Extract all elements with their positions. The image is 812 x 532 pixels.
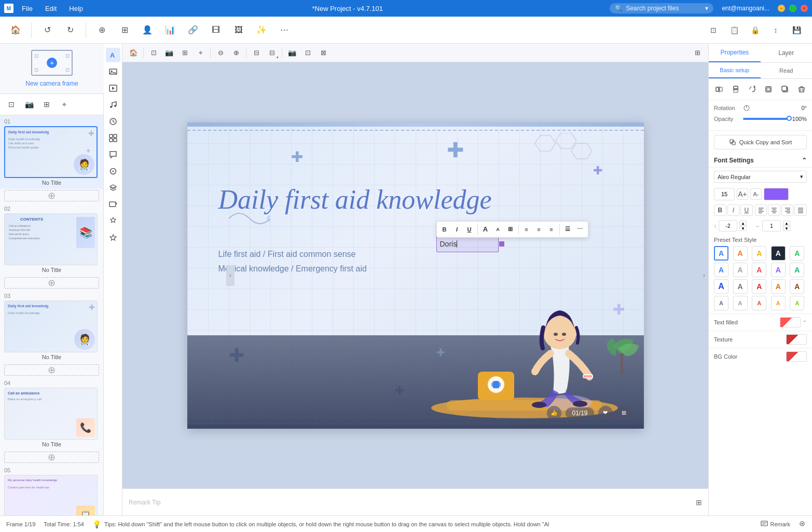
tool-image[interactable] — [106, 64, 120, 79]
preset-9[interactable]: A — [790, 263, 804, 277]
menu-file[interactable]: File — [20, 4, 35, 13]
slide-add-after-03[interactable]: ⊕ — [4, 364, 99, 376]
settings-icon[interactable] — [799, 520, 806, 527]
transform-copy[interactable] — [779, 83, 791, 96]
preset-10[interactable]: A — [714, 279, 728, 294]
text-filled-preview[interactable] — [780, 317, 801, 328]
text-align-justify[interactable] — [794, 204, 807, 216]
texture-preview[interactable] — [786, 334, 807, 345]
toolbar-person[interactable]: 👤 — [138, 21, 157, 39]
text-underline-btn[interactable]: U — [740, 204, 753, 216]
slide-item-01[interactable]: 01 Daily first aid knowledg Daily health… — [0, 115, 103, 189]
line-spacing-down[interactable]: ▼ — [739, 226, 747, 231]
tool-music[interactable] — [106, 98, 120, 112]
edit-tool-grid[interactable]: ⊞ — [39, 97, 54, 112]
canvas-slide[interactable]: ✚ ✚ ✚ ✚ ✚ Daily first aid knowledge — [187, 122, 644, 429]
tool-clock[interactable] — [106, 114, 120, 129]
toolbar-lock[interactable]: 🔒 — [746, 21, 764, 39]
slide-add-after-04[interactable]: ⊕ — [4, 452, 99, 463]
preset-7[interactable]: A — [752, 263, 766, 277]
minimize-button[interactable]: − — [778, 5, 785, 12]
opacity-thumb[interactable] — [787, 116, 792, 121]
expand-right-btn[interactable]: › — [700, 265, 708, 286]
text-edit-box[interactable]: Doris — [436, 236, 499, 252]
bg-color-preview[interactable] — [786, 351, 807, 362]
canvas-tool-home[interactable]: 🏠 — [127, 46, 140, 60]
preset-3[interactable]: A — [771, 246, 786, 261]
font-settings-collapse[interactable]: ⌃ — [802, 157, 807, 164]
tool-layers[interactable] — [106, 181, 120, 195]
toolbar-view[interactable]: ⊡ — [704, 21, 723, 39]
fmt-underline[interactable]: U — [464, 224, 475, 235]
preset-5[interactable]: A — [714, 263, 728, 277]
text-italic-btn[interactable]: I — [727, 204, 740, 216]
canvas-tool-zoomin[interactable]: ⊕ — [229, 46, 243, 60]
fmt-size-down[interactable]: A — [492, 224, 504, 235]
canvas-tool-camera[interactable]: 📷 — [162, 46, 176, 60]
preset-4[interactable]: A — [790, 246, 804, 261]
canvas-tool-crop[interactable]: ⊞ — [178, 46, 191, 60]
text-filled-expand[interactable]: ⌃ — [803, 320, 807, 325]
tool-shapes[interactable] — [106, 164, 120, 179]
text-align-right[interactable] — [781, 204, 794, 216]
resize-handle[interactable] — [499, 241, 504, 247]
quick-copy-button[interactable]: Quick Copy and Sort — [714, 135, 807, 149]
nav-next[interactable]: ❤ — [598, 406, 613, 420]
preset-17[interactable]: A — [752, 296, 766, 310]
tool-text[interactable]: A — [106, 48, 120, 62]
preset-6[interactable]: A — [733, 263, 748, 277]
transform-delete[interactable] — [795, 83, 808, 96]
fmt-bold[interactable]: B — [439, 224, 450, 235]
maximize-button[interactable]: □ — [789, 5, 796, 12]
char-spacing-up[interactable]: ▲ — [783, 221, 790, 226]
close-button[interactable]: × — [801, 5, 808, 12]
edit-tool-duplicate[interactable]: ⊡ — [4, 97, 19, 112]
toolbar-sort[interactable]: ↕ — [766, 21, 785, 39]
slide-subtitle[interactable]: Life first aid / First aid common sense … — [218, 247, 367, 277]
fmt-italic[interactable]: I — [451, 224, 463, 235]
tool-image-add[interactable] — [106, 197, 120, 212]
transform-flip-v[interactable] — [730, 83, 742, 96]
text-align-center[interactable] — [768, 204, 780, 216]
nav-fullscreen[interactable]: ⊞ — [617, 406, 631, 420]
toolbar-media[interactable]: 🎞 — [207, 21, 225, 39]
fmt-list[interactable]: ☰ — [562, 224, 573, 235]
tool-grid[interactable] — [106, 131, 120, 145]
slide-item-02[interactable]: 02 CONTENTS Call an ambulance American F… — [0, 202, 103, 276]
tab-properties[interactable]: Properties — [709, 44, 761, 62]
text-align-left[interactable] — [755, 204, 767, 216]
opacity-slider[interactable] — [743, 118, 789, 120]
menu-help[interactable]: Help — [67, 4, 85, 13]
char-spacing-down[interactable]: ▼ — [783, 226, 790, 231]
canvas-tool-zoomout[interactable]: ⊖ — [214, 46, 227, 60]
toolbar-layout[interactable]: 📋 — [725, 21, 744, 39]
toolbar-image[interactable]: 🖼 — [229, 21, 248, 39]
tool-comment[interactable] — [106, 147, 120, 162]
slide-item-05[interactable]: 05 My personal daily health knowledge Co… — [0, 464, 103, 515]
preset-18[interactable]: A — [771, 296, 786, 310]
fmt-effects[interactable]: ⊞ — [505, 224, 516, 235]
remark-btn[interactable]: Remark — [761, 521, 790, 528]
edit-tool-camera[interactable]: 📷 — [22, 97, 36, 112]
line-spacing-up[interactable]: ▲ — [739, 221, 747, 226]
transform-flip-h[interactable] — [713, 83, 725, 96]
preset-14[interactable]: A — [790, 279, 804, 294]
toolbar-effects[interactable]: ✨ — [252, 21, 271, 39]
font-select[interactable]: Aleo Regular ▾ — [714, 171, 807, 183]
toolbar-link[interactable]: 🔗 — [184, 21, 202, 39]
preset-12[interactable]: A — [752, 279, 766, 294]
preset-1[interactable]: A — [733, 246, 748, 261]
preset-11[interactable]: A — [733, 279, 748, 294]
canvas-main[interactable]: ‹ ✚ ✚ ✚ ✚ ✚ — [122, 62, 708, 488]
canvas-tool-screenshot[interactable]: 📷 — [285, 46, 299, 60]
font-settings-header[interactable]: Font Settings ⌃ — [709, 154, 812, 168]
font-color-picker[interactable] — [764, 188, 789, 200]
slide-item-04[interactable]: 04 Call an ambulance Make an emergency c… — [0, 377, 103, 451]
canvas-tool-distribute[interactable]: ⊟ ▾ — [265, 46, 279, 60]
preset-19[interactable]: A — [790, 296, 804, 310]
canvas-expand-btn[interactable]: ⊞ — [691, 46, 704, 60]
slide-item-03[interactable]: 03 Daily first aid knowledg Daily health… — [0, 290, 103, 363]
fmt-align-right[interactable]: ≡ — [546, 224, 557, 235]
canvas-tool-copy-frame[interactable]: ⊡ — [301, 46, 314, 60]
fmt-align-center[interactable]: ≡ — [533, 224, 545, 235]
